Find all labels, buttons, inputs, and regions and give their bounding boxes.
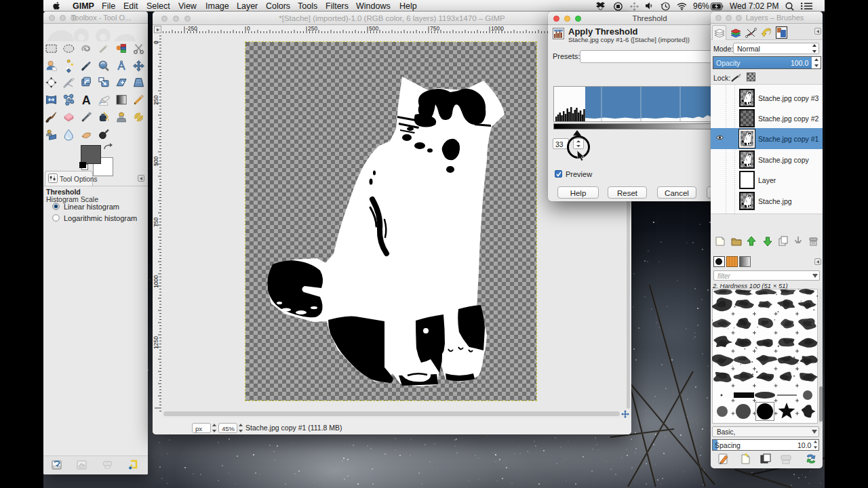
svg-text:1000: 1000 [491,25,504,32]
svg-text:500: 500 [153,157,159,166]
svg-text:A: A [82,94,91,107]
svg-text:0: 0 [153,41,159,44]
svg-text:250: 250 [153,96,159,105]
svg-text:1250: 1250 [153,336,159,349]
svg-text:500: 500 [369,25,378,32]
svg-text:250: 250 [308,25,317,32]
svg-text:0: 0 [247,25,250,32]
svg-text:1000: 1000 [153,275,159,288]
svg-text:-250: -250 [186,25,197,32]
svg-text:750: 750 [430,25,439,32]
svg-text:750: 750 [153,218,159,227]
